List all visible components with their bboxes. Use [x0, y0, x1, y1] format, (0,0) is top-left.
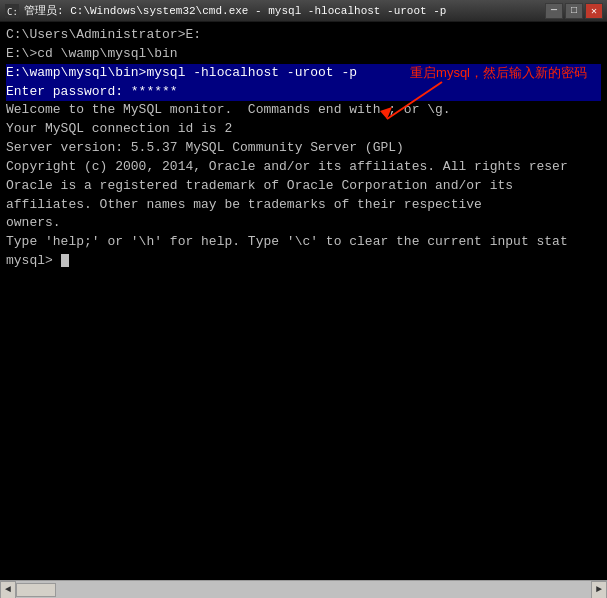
terminal-window[interactable]: 重启mysql，然后输入新的密码 C:\Users\Administrator>… — [0, 22, 607, 580]
window-controls: ─ □ ✕ — [545, 3, 603, 19]
terminal-line: Your MySQL connection id is 2 — [6, 120, 601, 139]
terminal-line: Enter password: ****** — [6, 83, 601, 102]
horizontal-scrollbar[interactable]: ◄ ► — [0, 580, 607, 598]
app-icon: C: — [4, 3, 20, 19]
terminal-line: Server version: 5.5.37 MySQL Community S… — [6, 139, 601, 158]
window-title: 管理员: C:\Windows\system32\cmd.exe - mysql… — [24, 3, 545, 18]
maximize-button[interactable]: □ — [565, 3, 583, 19]
terminal-line: Copyright (c) 2000, 2014, Oracle and/or … — [6, 158, 601, 177]
terminal-output: C:\Users\Administrator>E:E:\>cd \wamp\my… — [6, 26, 601, 271]
minimize-button[interactable]: ─ — [545, 3, 563, 19]
titlebar: C: 管理员: C:\Windows\system32\cmd.exe - my… — [0, 0, 607, 22]
annotation-arrow — [372, 77, 452, 132]
terminal-line: mysql> — [6, 252, 601, 271]
svg-text:C:: C: — [7, 7, 18, 17]
terminal-line: owners. — [6, 214, 601, 233]
terminal-line: Type 'help;' or '\h' for help. Type '\c'… — [6, 233, 601, 252]
svg-line-2 — [387, 82, 442, 119]
terminal-line: C:\Users\Administrator>E: — [6, 26, 601, 45]
terminal-line: Oracle is a registered trademark of Orac… — [6, 177, 601, 196]
cursor — [61, 254, 69, 267]
terminal-line: Welcome to the MySQL monitor. Commands e… — [6, 101, 601, 120]
terminal-line: E:\>cd \wamp\mysql\bin — [6, 45, 601, 64]
scroll-right-button[interactable]: ► — [591, 581, 607, 599]
terminal-line: affiliates. Other names may be trademark… — [6, 196, 601, 215]
scroll-thumb[interactable] — [16, 583, 56, 597]
close-button[interactable]: ✕ — [585, 3, 603, 19]
scroll-left-button[interactable]: ◄ — [0, 581, 16, 599]
scroll-track[interactable] — [16, 581, 591, 599]
